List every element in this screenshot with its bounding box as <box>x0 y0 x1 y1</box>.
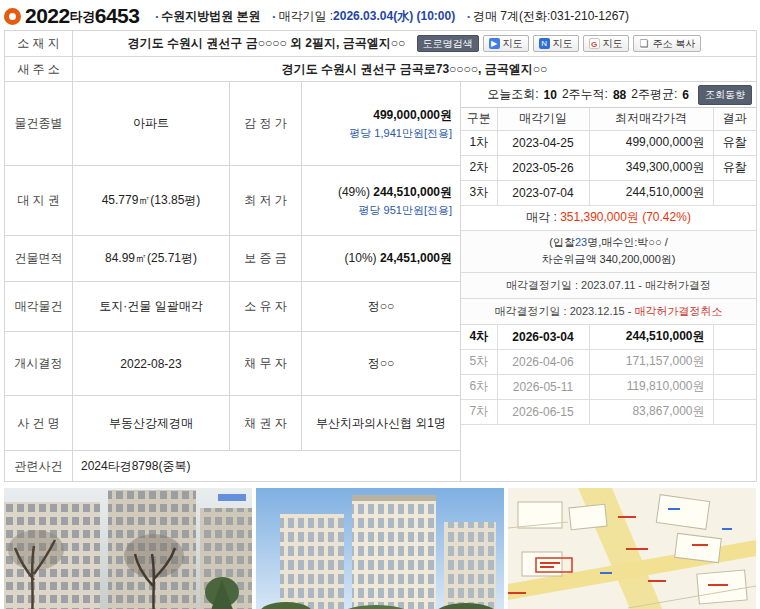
bullet-icon: • <box>467 12 470 21</box>
address-cell: 경기도 수원시 권선구 금○○○○ 외 2필지, 금곡엘지○○ 도로명검색 ▶지… <box>73 31 757 57</box>
min-price-per-pyeong: 평당 951만원[전용] <box>306 203 452 218</box>
sold-price: 351,390,000원 <box>560 210 639 224</box>
address-buttons: 도로명검색 ▶지도 N지도 G지도 ❏주소 복사 <box>417 35 702 52</box>
building-area-label: 건물면적 <box>5 236 73 282</box>
two-week-views-label: 2주누적: <box>562 86 608 103</box>
new-address-label: 새 주 소 <box>5 57 73 82</box>
apartment-towers-photo <box>256 488 504 609</box>
sold-percentage: (70.42%) <box>639 210 691 224</box>
price: 171,157,000원 <box>589 349 713 374</box>
auction-detail-page: 2022타경6453 •수원지방법원 본원 •매각기일 : 2026.03.04… <box>0 0 760 609</box>
round: 7차 <box>461 399 497 424</box>
bidder-winner: 명,매수인:박○○ / <box>587 236 668 248</box>
site-logo-icon <box>4 8 21 25</box>
copy-icon: ❏ <box>639 38 650 49</box>
building-area-value: 84.99㎡(25.71평) <box>73 236 230 282</box>
appraisal-per-pyeong: 평당 1,941만원[전용] <box>306 126 452 141</box>
bidder-info-row: (입찰23명,매수인:박○○ / 차순위금액 340,200,000원) <box>461 230 756 272</box>
date: 2023-05-26 <box>497 155 589 180</box>
round: 4차 <box>461 324 497 349</box>
today-views-value: 10 <box>544 88 557 102</box>
header: 2022타경6453 •수원지방법원 본원 •매각기일 : 2026.03.04… <box>4 2 756 30</box>
sale-date-value: 2026.03.04(水) (10:00) <box>333 8 455 25</box>
bid-history-panel: 오늘조회:10 2주누적:88 2주평균:6 조회동향 구분 매각기일 최저매각… <box>461 82 757 482</box>
deposit-label: 보 증 금 <box>230 236 302 282</box>
date: 2023-07-04 <box>497 180 589 205</box>
property-photos <box>4 488 756 609</box>
decision-approved: 매각결정기일 : 2023.07.11 - 매각허가결정 <box>461 272 756 298</box>
price: 349,300,000원 <box>589 155 713 180</box>
min-price: 244,510,000원 <box>373 185 452 199</box>
new-address-text: 경기도 수원시 권선구 금곡로73○○○○, 금곡엘지○○ <box>73 57 757 82</box>
price: 244,510,000원 <box>589 324 713 349</box>
appraisal-value: 499,000,000원 평당 1,941만원[전용] <box>302 82 461 166</box>
schedule-header-row: 구분 매각기일 최저매각가격 결과 <box>461 108 756 130</box>
case-name-label: 사 건 명 <box>5 396 73 451</box>
min-price-pct: (49%) <box>338 185 373 199</box>
map-button-label: 지도 <box>503 37 523 50</box>
google-map-icon: G <box>589 38 600 49</box>
result <box>713 349 756 374</box>
address-text: 경기도 수원시 권선구 금○○○○ 외 2필지, 금곡엘지○○ <box>128 36 406 50</box>
price: 499,000,000원 <box>589 130 713 155</box>
date: 2026-06-15 <box>497 399 589 424</box>
result: 유찰 <box>713 155 756 180</box>
deposit-value: (10%) 24,451,000원 <box>302 236 461 282</box>
appraisal-price: 499,000,000원 <box>373 108 452 122</box>
result <box>713 399 756 424</box>
case-info-table: 소 재 지 경기도 수원시 권선구 금○○○○ 외 2필지, 금곡엘지○○ 도로… <box>4 30 757 482</box>
daum-map-button[interactable]: ▶지도 <box>483 35 529 52</box>
case-name-value: 부동산강제경매 <box>73 396 230 451</box>
google-map-button[interactable]: G지도 <box>583 35 629 52</box>
cadastral-map-image[interactable] <box>508 488 756 609</box>
start-decision-value: 2022-08-23 <box>73 332 230 396</box>
schedule-row: 3차 2023-07-04 244,510,000원 <box>461 180 756 205</box>
property-type-value: 아파트 <box>73 82 230 166</box>
schedule-row: 2차 2023-05-26 349,300,000원 유찰 <box>461 155 756 180</box>
start-decision-label: 개시결정 <box>5 332 73 396</box>
second-bid-amount: 차순위금액 340,200,000원) <box>463 251 754 268</box>
round: 1차 <box>461 130 497 155</box>
land-map-image <box>508 488 756 609</box>
land-right-label: 대 지 권 <box>5 166 73 236</box>
case-number: 2022타경6453 <box>25 4 139 28</box>
view-stats: 오늘조회:10 2주누적:88 2주평균:6 조회동향 <box>461 82 756 108</box>
min-price-value: (49%) 244,510,000원 평당 951만원[전용] <box>302 166 461 236</box>
case-type: 타경 <box>70 9 95 24</box>
view-trend-button[interactable]: 조회동향 <box>698 85 752 105</box>
auction-schedule-table: 구분 매각기일 최저매각가격 결과 1차 2023-04-25 499,000,… <box>461 108 756 425</box>
property-photo-exterior-2[interactable] <box>256 488 504 609</box>
apartment-winter-photo <box>4 488 252 609</box>
two-week-avg-value: 6 <box>682 88 689 102</box>
date: 2026-03-04 <box>497 324 589 349</box>
property-photo-exterior-1[interactable] <box>4 488 252 609</box>
col-result: 결과 <box>713 108 756 130</box>
debtor-label: 채 무 자 <box>230 332 302 396</box>
sold-result-row: 매각 : 351,390,000원 (70.42%) <box>461 205 756 230</box>
date: 2023-04-25 <box>497 130 589 155</box>
road-name-search-button[interactable]: 도로명검색 <box>417 35 479 52</box>
result: 유찰 <box>713 130 756 155</box>
bidder-prefix: (입찰 <box>549 236 575 248</box>
round: 3차 <box>461 180 497 205</box>
property-type-label: 물건종별 <box>5 82 73 166</box>
deposit-price: 24,451,000원 <box>380 251 452 265</box>
court-name: •수원지방법원 본원 <box>155 8 260 25</box>
land-right-value: 45.779㎡(13.85평) <box>73 166 230 236</box>
related-case-value: 2024타경8798(중복) <box>73 451 461 482</box>
round: 6차 <box>461 374 497 399</box>
copy-address-button[interactable]: ❏주소 복사 <box>633 35 702 52</box>
two-week-views-value: 88 <box>613 88 626 102</box>
col-round: 구분 <box>461 108 497 130</box>
dept-label: 경매 7계(전화:031-210-1267) <box>473 8 629 25</box>
schedule-row-future: 5차 2026-04-06 171,157,000원 <box>461 349 756 374</box>
owner-value: 정○○ <box>302 282 461 332</box>
court-dept: •경매 7계(전화:031-210-1267) <box>467 8 629 25</box>
col-min-price: 최저매각가격 <box>589 108 713 130</box>
sale-date: •매각기일 : 2026.03.04(水) (10:00) <box>273 8 456 25</box>
creditor-label: 채 권 자 <box>230 396 302 451</box>
date: 2026-05-11 <box>497 374 589 399</box>
naver-map-button[interactable]: N지도 <box>533 35 579 52</box>
case-num: 6453 <box>95 4 140 27</box>
address-label: 소 재 지 <box>5 31 73 57</box>
